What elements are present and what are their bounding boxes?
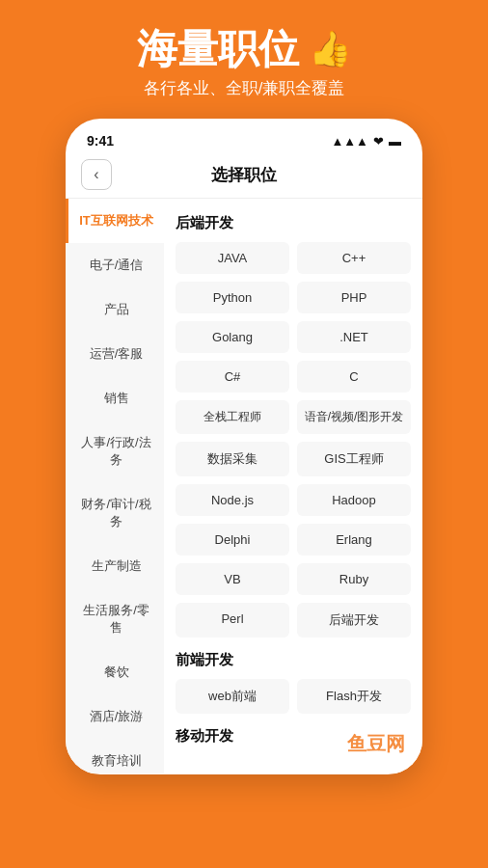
nav-bar: ‹ 选择职位 [66,153,422,199]
tag-ruby[interactable]: Ruby [297,563,411,595]
tag-cpp[interactable]: C++ [297,242,411,274]
watermark: 鱼豆网 [347,731,405,757]
status-icons: ▲▲▲ ❤ ▬ [331,134,401,149]
banner-title-text: 海量职位 [137,27,299,71]
tag-nodejs[interactable]: Node.js [176,484,289,516]
tag-perl[interactable]: Perl [176,603,289,637]
tag-data-collect[interactable]: 数据采集 [176,442,289,476]
tag-csharp[interactable]: C# [176,361,289,393]
tag-c[interactable]: C [297,361,411,393]
sidebar: IT互联网技术 电子/通信 产品 运营/客服 销售 人事/行政/法务 财务/审计… [66,199,164,773]
sidebar-item-8[interactable]: 生活服务/零售 [66,588,164,650]
backend-tag-grid: JAVA C++ Python PHP Golang .NET C# C 全栈工… [176,242,411,637]
status-bar: 9:41 ▲▲▲ ❤ ▬ [66,119,422,153]
battery-icon: ▬ [389,134,401,149]
banner-title: 海量职位 👍 [19,27,469,71]
section-title-backend: 后端开发 [176,208,411,242]
tag-gis[interactable]: GIS工程师 [297,442,411,476]
tag-flash[interactable]: Flash开发 [297,679,411,714]
sidebar-item-10[interactable]: 酒店/旅游 [66,694,164,739]
tag-web-frontend[interactable]: web前端 [176,679,289,714]
sidebar-item-9[interactable]: 餐饮 [66,650,164,694]
frontend-tag-grid: web前端 Flash开发 [176,679,411,714]
section-title-frontend: 前端开发 [176,645,411,679]
content-area: IT互联网技术 电子/通信 产品 运营/客服 销售 人事/行政/法务 财务/审计… [66,199,422,773]
thumb-icon: 👍 [309,30,352,68]
tag-python[interactable]: Python [176,282,289,313]
tag-audio-video[interactable]: 语音/视频/图形开发 [297,400,411,434]
nav-title: 选择职位 [112,164,376,186]
sidebar-item-1[interactable]: 电子/通信 [66,243,164,287]
sidebar-item-4[interactable]: 销售 [66,376,164,420]
sidebar-item-7[interactable]: 生产制造 [66,544,164,588]
tag-fullstack[interactable]: 全栈工程师 [176,400,289,434]
wifi-icon: ❤ [373,134,384,149]
tag-hadoop[interactable]: Hadoop [297,484,411,516]
back-button[interactable]: ‹ [81,159,112,190]
tag-erlang[interactable]: Erlang [297,524,411,556]
phone-frame: 9:41 ▲▲▲ ❤ ▬ ‹ 选择职位 IT互联网技术 电子/通信 产品 运营/… [66,119,422,774]
banner-subtitle: 各行各业、全职/兼职全覆盖 [19,77,469,99]
status-time: 9:41 [87,133,114,149]
sidebar-item-0[interactable]: IT互联网技术 [66,199,164,243]
right-content: 后端开发 JAVA C++ Python PHP Golang .NET C# … [164,199,422,773]
sidebar-item-2[interactable]: 产品 [66,287,164,332]
tag-delphi[interactable]: Delphi [176,524,289,556]
sidebar-item-3[interactable]: 运营/客服 [66,332,164,376]
top-banner: 海量职位 👍 各行各业、全职/兼职全覆盖 [0,0,488,119]
sidebar-item-6[interactable]: 财务/审计/税务 [66,482,164,544]
tag-dotnet[interactable]: .NET [297,321,411,353]
tag-vb[interactable]: VB [176,563,289,595]
tag-php[interactable]: PHP [297,282,411,313]
sidebar-item-11[interactable]: 教育培训 [66,739,164,773]
tag-golang[interactable]: Golang [176,321,289,353]
signal-icon: ▲▲▲ [331,134,368,149]
tag-backend[interactable]: 后端开发 [297,603,411,637]
tag-java[interactable]: JAVA [176,242,289,274]
sidebar-item-5[interactable]: 人事/行政/法务 [66,420,164,482]
